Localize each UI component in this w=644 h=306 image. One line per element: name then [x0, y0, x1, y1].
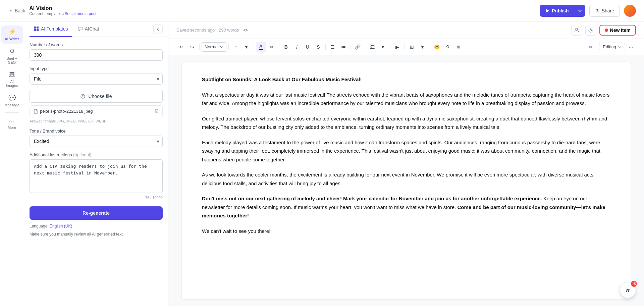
header: Back AI Vision Content template: #Social… [0, 0, 644, 21]
chat-widget[interactable]: n 15 [620, 282, 636, 298]
file-delete-button[interactable] [154, 108, 159, 114]
italic-button[interactable]: I [292, 42, 302, 52]
upload-icon [80, 94, 86, 99]
back-button[interactable]: Back [8, 8, 25, 13]
text-color-icon: A [259, 44, 263, 50]
ai-writer-label: AI Writer [5, 37, 19, 41]
tone-group: Tone / Brand voice Excited Professional … [30, 129, 163, 147]
file-item: pexels-photo-2221318.jpeg [30, 105, 163, 117]
user-avatar[interactable] [624, 5, 636, 17]
choose-file-label: Choose file [88, 94, 112, 99]
redo-button[interactable]: ↪ [187, 42, 197, 52]
editing-select[interactable]: Editing [599, 43, 625, 51]
template-link[interactable]: #Social media post [62, 11, 96, 16]
new-item-button[interactable]: New Item [599, 25, 636, 36]
more-label: More [8, 125, 16, 130]
tone-label: Tone / Brand voice [30, 129, 163, 134]
editor-topbar: Saved seconds ago 290 words New Item [168, 21, 644, 39]
toolbar-divider-2 [228, 44, 229, 50]
brief-seo-label: Brief + SEO [4, 56, 20, 64]
sidebar-divider [5, 112, 19, 113]
sidebar-item-brief-seo[interactable]: ⚙ Brief + SEO [1, 45, 23, 67]
tab-ai-chat[interactable]: AIChat [73, 21, 103, 37]
svg-point-8 [576, 28, 578, 30]
underline-button[interactable]: U [303, 42, 313, 52]
additional-instructions-group: Additional instructions (optional) Add a… [30, 152, 163, 200]
panel-form: Number of words Input type File Text URL… [24, 37, 168, 306]
templates-icon [34, 26, 39, 32]
publish-label: Publish [552, 8, 569, 13]
tone-select[interactable]: Excited Professional Casual Formal Frien… [30, 136, 163, 147]
input-type-label: Input type [30, 66, 163, 71]
share-button[interactable]: Share [589, 5, 620, 17]
editor-toolbar: ↩ ↪ Normal ≡ ▾ A ✏ B I U S ☰ ≔ [168, 39, 644, 55]
input-type-wrapper: File Text URL ▾ [30, 73, 163, 85]
numbered-list-button[interactable]: ≔ [338, 42, 348, 52]
more-icon: ··· [9, 118, 15, 124]
style-select[interactable]: Normal [202, 42, 226, 52]
special-chars-button[interactable]: Ω [443, 42, 453, 52]
sidebar-item-more[interactable]: ··· More [1, 115, 23, 132]
highlight-button[interactable]: ✏ [267, 42, 277, 52]
editor-paragraph-5: Don't miss out on our next gathering of … [202, 194, 610, 220]
toolbar-divider-9 [405, 44, 405, 50]
words-input[interactable] [30, 49, 163, 61]
choose-file-button[interactable]: Choose file [30, 90, 163, 103]
word-count: 290 words [219, 28, 239, 33]
image-dropdown-button[interactable]: ▾ [378, 42, 388, 52]
eye-icon[interactable] [243, 28, 248, 33]
emoji-button[interactable]: 😊 [432, 42, 442, 52]
style-select-value: Normal [205, 44, 219, 49]
svg-rect-6 [155, 110, 158, 112]
svg-rect-4 [37, 29, 39, 31]
tab-ai-templates[interactable]: AI Templates [30, 21, 72, 37]
table-button[interactable]: ⊞ [407, 42, 417, 52]
notification-badge: 15 [631, 281, 637, 287]
panel-collapse-button[interactable] [153, 24, 163, 34]
sidebar-item-message[interactable]: 💬 Message [1, 92, 23, 110]
bullet-list-button[interactable]: ☰ [328, 42, 338, 52]
play-button[interactable]: ▶ [392, 42, 402, 52]
allowed-formats: Allowed formats JPG, JPEG, PNG, GIF, WEB… [30, 119, 163, 123]
publish-button[interactable]: Publish [540, 5, 585, 17]
image-icon: 🖼 [9, 71, 15, 78]
table-dropdown-button[interactable]: ▾ [418, 42, 428, 52]
toolbar-divider-8 [390, 44, 390, 50]
regenerate-button[interactable]: Re-generate [30, 206, 163, 220]
svg-rect-2 [37, 27, 39, 29]
svg-point-9 [590, 29, 591, 31]
bold-button[interactable]: B [281, 42, 291, 52]
more-options-button[interactable]: ··· [626, 42, 636, 52]
additional-instructions-textarea[interactable]: Add a CTA asking readers to join us for … [30, 159, 163, 193]
toolbar-divider-1 [199, 44, 200, 50]
char-count: 76 / 10000 [30, 196, 163, 200]
link-button[interactable]: 🔗 [353, 42, 363, 52]
settings-action-icon[interactable] [585, 25, 596, 36]
review-note: Make sure you manually review all AI gen… [30, 231, 163, 237]
input-type-select[interactable]: File Text URL [30, 73, 163, 85]
textarea-wrapper: Add a CTA asking readers to join us for … [30, 159, 163, 194]
text-color-button[interactable]: A [256, 42, 266, 52]
editor-content[interactable]: Spotlight on Sounds: A Look Back at Our … [182, 62, 631, 299]
additional-instructions-label: Additional instructions (optional) [30, 152, 163, 157]
formula-button[interactable]: ⊞ [453, 42, 464, 52]
strikethrough-button[interactable]: S [313, 42, 323, 52]
image-button[interactable]: 🖼 [367, 42, 377, 52]
undo-button[interactable]: ↩ [176, 42, 186, 52]
sidebar-item-ai-images[interactable]: 🖼 AI Images [1, 68, 23, 90]
saved-status: Saved seconds ago [176, 28, 215, 33]
sidebar-item-ai-writer[interactable]: ⚡ AI Writer [1, 26, 23, 44]
content-template: Content template: #Social media post [29, 11, 96, 16]
align-button[interactable]: ≡ [231, 42, 241, 52]
tone-wrapper: Excited Professional Casual Formal Frien… [30, 136, 163, 147]
user-action-icon[interactable] [571, 25, 582, 36]
file-icon [33, 109, 38, 114]
editor-paragraph-3: Each melody played was a testament to th… [202, 138, 610, 164]
language-link[interactable]: English (UK) [50, 224, 72, 228]
toolbar-divider-7 [365, 44, 365, 50]
align-dropdown-button[interactable]: ▾ [241, 42, 252, 52]
gear-icon: ⚙ [9, 48, 15, 55]
pencil-icon-btn[interactable]: ✏ [586, 42, 596, 52]
editor-area: Saved seconds ago 290 words New Item ↩ [168, 21, 644, 306]
tab-ai-chat-label: AIChat [85, 26, 99, 32]
